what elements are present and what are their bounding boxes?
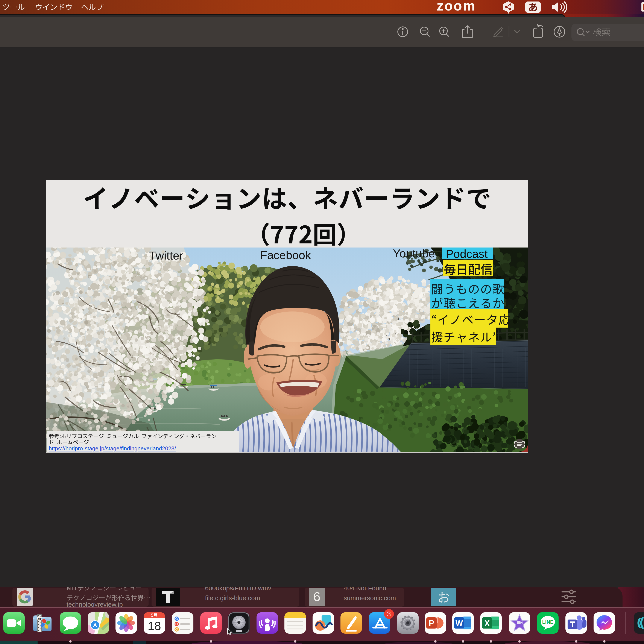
- svg-text:Youtube: Youtube: [393, 247, 435, 260]
- svg-text:summersonic.com: summersonic.com: [344, 594, 396, 601]
- svg-text:LINE: LINE: [542, 619, 553, 625]
- svg-text:X: X: [485, 619, 490, 628]
- svg-text:technologyreview.jp: technologyreview.jp: [67, 601, 123, 608]
- svg-text:https://horipro-stage.jp/stage: https://horipro-stage.jp/stage/findingne…: [49, 445, 176, 452]
- svg-text:Podcast: Podcast: [446, 247, 488, 260]
- svg-text:file.c.girls-blue.com: file.c.girls-blue.com: [205, 594, 260, 601]
- svg-text:Twitter: Twitter: [149, 249, 183, 262]
- svg-text:18: 18: [148, 619, 161, 633]
- svg-text:Zip: Zip: [37, 617, 42, 620]
- svg-text:zoom: zoom: [437, 0, 476, 14]
- svg-text:W: W: [456, 619, 463, 628]
- svg-text:6: 6: [313, 589, 320, 604]
- svg-text:3: 3: [387, 610, 391, 618]
- svg-text:P: P: [429, 618, 434, 628]
- svg-text:Facebook: Facebook: [260, 249, 311, 261]
